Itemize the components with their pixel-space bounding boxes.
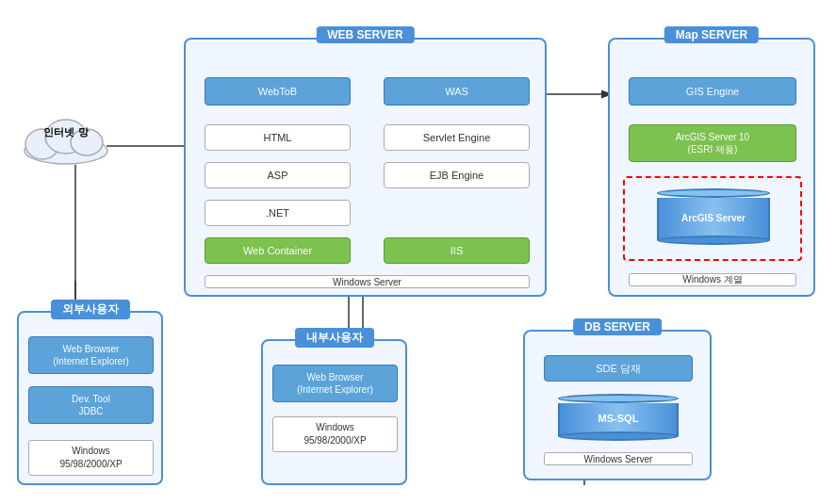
iis-box: IIS — [384, 237, 530, 264]
web-server-title: WEB SERVER — [316, 26, 414, 43]
arcgis-server10-box: ArcGIS Server 10 (ESRI 제품) — [629, 124, 796, 162]
dev-tool-box: Dev. Tool JDBC — [28, 386, 154, 424]
was-box: WAS — [384, 77, 530, 106]
map-server-title: Map SERVER — [664, 26, 759, 43]
arcgis-server-cylinder: ArcGIS Server — [657, 186, 770, 247]
map-server-box: Map SERVER GIS Engine ArcGIS Server 10 (… — [608, 38, 815, 297]
map-windows-gyeol: Windows 계열 — [629, 273, 796, 286]
webtob-box: WebToB — [205, 77, 351, 106]
db-server-box: DB SERVER SDE 담재 MS-SQL Windows Server — [523, 330, 712, 480]
internal-user-box: 내부사용자 Web Browser (Internet Explorer) Wi… — [261, 339, 407, 485]
web-windows-server: Windows Server — [205, 275, 530, 288]
external-user-box: 외부사용자 Web Browser (Internet Explorer) De… — [17, 311, 163, 485]
int-windows-box: Windows 95/98/2000/XP — [272, 416, 398, 452]
int-web-browser-box: Web Browser (Internet Explorer) — [272, 365, 398, 402]
gis-engine-box: GIS Engine — [629, 77, 796, 106]
external-user-title: 외부사용자 — [51, 300, 130, 319]
internal-user-title: 내부사용자 — [295, 328, 374, 348]
db-windows-server: Windows Server — [544, 452, 693, 465]
sde-box: SDE 담재 — [544, 355, 693, 382]
internet-cloud: 인터넷 망 — [19, 108, 113, 165]
web-container-box: Web Container — [205, 237, 351, 264]
asp-box: ASP — [205, 162, 351, 188]
ext-windows-box: Windows 95/98/2000/XP — [28, 440, 154, 476]
ext-web-browser-box: Web Browser (Internet Explorer) — [28, 336, 154, 374]
mssql-cylinder: MS-SQL — [558, 391, 679, 443]
internet-label: 인터넷 망 — [19, 125, 113, 139]
ejb-engine-box: EJB Engine — [384, 162, 530, 188]
net-box: .NET — [205, 200, 351, 226]
web-server-box: WEB SERVER WebToB WAS HTML Servlet Engin… — [184, 38, 547, 297]
servlet-engine-box: Servlet Engine — [384, 124, 530, 151]
db-server-title: DB SERVER — [573, 318, 662, 335]
diagram: 인터넷 망 WEB SERVER WebToB WAS HTML Servlet… — [0, 0, 836, 504]
html-box: HTML — [205, 124, 351, 151]
